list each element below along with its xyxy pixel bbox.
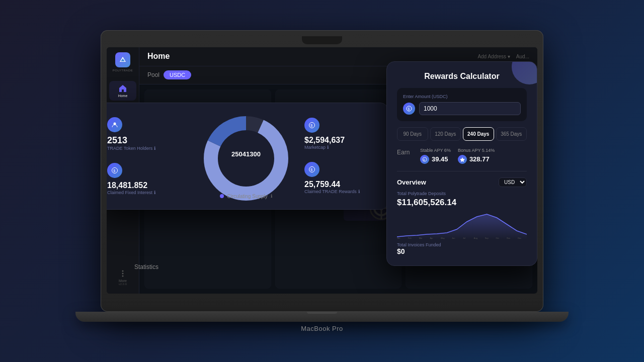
- add-address-btn[interactable]: Add Address ▾: [477, 54, 510, 59]
- rewards-calculator-panel: Rewards Calculator Enter Amount (USDC) $: [386, 61, 537, 266]
- marketcap-stat: $ $2,594,637 Marketcap ℹ: [304, 118, 385, 150]
- legend-dot: [220, 194, 224, 198]
- stats-grid: 2513 TRADE Token Holders ℹ $ 18: [107, 113, 378, 199]
- left-stats: 2513 TRADE Token Holders ℹ $ 18: [107, 117, 188, 195]
- trade-holders-label: TRADE Token Holders ℹ: [107, 146, 188, 151]
- macbook-label: MacBook Pro: [301, 325, 343, 332]
- overview-section: Overview USD EUR Total Polytrade Deposit…: [397, 177, 527, 255]
- info-icon-4: ℹ: [358, 189, 360, 194]
- overview-title: Overview: [397, 178, 426, 186]
- home-icon: [118, 84, 127, 93]
- audit-btn[interactable]: Aud...: [516, 54, 529, 59]
- claimed-rewards-stat: $ 25,759.44 Claimed TRADE Rewards ℹ: [304, 162, 385, 194]
- trade-holders-icon: [107, 117, 122, 132]
- svg-text:Jun: Jun: [452, 236, 455, 239]
- claimed-rewards-icon: $: [304, 162, 319, 177]
- circulating-supply-label: Circulating Supply: [227, 194, 268, 199]
- usdc-icon: $: [403, 103, 415, 115]
- earn-row: Earn Stable APY 6% $ 39.45: [397, 148, 527, 164]
- svg-text:$: $: [113, 168, 116, 173]
- amount-input[interactable]: [419, 102, 521, 115]
- bonus-apy-label: Bonus APY 5.14%: [458, 148, 495, 153]
- svg-text:Nov: Nov: [507, 236, 510, 239]
- svg-point-7: [122, 275, 124, 277]
- donut-chart: 25041300: [201, 113, 291, 204]
- day-btn-240[interactable]: 240 Days: [463, 127, 494, 141]
- day-btn-120[interactable]: 120 Days: [430, 127, 461, 141]
- stable-apy-row: $ 39.45: [420, 155, 451, 164]
- svg-text:Oct: Oct: [496, 236, 499, 239]
- deposits-chart: Jan Feb Mar Apr May Jun Jul Aug Sep Oct: [397, 212, 527, 239]
- stable-apy-value: 39.45: [432, 155, 448, 163]
- total-deposits-value: $11,605,526.14: [397, 198, 527, 208]
- earn-section: Earn Stable APY 6% $ 39.45: [397, 148, 527, 164]
- svg-text:$: $: [408, 107, 410, 111]
- svg-text:Apr: Apr: [430, 236, 433, 239]
- days-selector: 90 Days 120 Days 240 Days 365 Days: [397, 127, 527, 141]
- marketcap-value: $2,594,637: [304, 136, 385, 145]
- home-label: Home: [118, 94, 128, 98]
- trade-holders-value: 2513: [107, 135, 188, 146]
- macbook-container: POLYTRADE Home World of TSpace More: [45, 10, 599, 352]
- claimed-interest-stat: $ 18,481.852 Claimed Fixed Interest ℹ: [107, 163, 188, 195]
- claimed-rewards-value: 25,759.44: [304, 180, 385, 189]
- sidebar-item-more[interactable]: More v2.0.6: [109, 266, 136, 289]
- svg-text:Sep: Sep: [485, 236, 489, 239]
- amount-input-area: Enter Amount (USDC) $: [397, 88, 527, 121]
- notch: [302, 36, 342, 44]
- amount-row: $: [403, 102, 521, 115]
- svg-text:Jan: Jan: [397, 236, 400, 239]
- total-invoices-value: $0: [397, 247, 527, 255]
- claimed-interest-value: 18,481.852: [107, 181, 188, 190]
- divider: [397, 171, 527, 171]
- bonus-apy-value: 328.77: [469, 155, 490, 163]
- overview-header: Overview USD EUR: [397, 177, 527, 187]
- info-icon-1: ℹ: [154, 146, 155, 151]
- version-label: v2.0.6: [119, 283, 127, 286]
- earn-columns: Stable APY 6% $ 39.45 Bonu: [420, 148, 527, 164]
- floating-stats-card: 2513 TRADE Token Holders ℹ $ 18: [107, 103, 388, 210]
- right-stats: $ $2,594,637 Marketcap ℹ $: [304, 118, 385, 194]
- more-label: More: [119, 279, 127, 283]
- svg-text:$: $: [310, 123, 313, 128]
- svg-text:Mar: Mar: [419, 236, 423, 239]
- svg-text:$: $: [310, 167, 313, 172]
- statistics-label: Statistics: [134, 263, 158, 270]
- screen: POLYTRADE Home World of TSpace More: [107, 47, 537, 294]
- day-btn-90[interactable]: 90 Days: [397, 127, 428, 141]
- stable-icon: $: [420, 155, 429, 164]
- circulating-supply-info: ℹ: [271, 194, 272, 199]
- claimed-rewards-label: Claimed TRADE Rewards ℹ: [304, 189, 385, 194]
- bonus-apy-row: 328.77: [458, 155, 495, 164]
- circulating-supply-legend: Circulating Supply ℹ: [220, 194, 272, 199]
- sidebar-item-home[interactable]: Home: [109, 81, 136, 101]
- info-icon-2: ℹ: [154, 190, 155, 195]
- mini-chart: Jan Feb Mar Apr May Jun Jul Aug Sep Oct: [397, 212, 527, 239]
- day-btn-365[interactable]: 365 Days: [496, 127, 527, 141]
- svg-text:Feb: Feb: [408, 236, 412, 239]
- svg-text:25041300: 25041300: [231, 150, 261, 158]
- svg-text:$: $: [424, 158, 425, 161]
- total-deposits-label: Total Polytrade Deposits: [397, 191, 527, 196]
- svg-text:Aug: Aug: [474, 236, 477, 239]
- svg-point-14: [218, 131, 274, 186]
- claimed-interest-icon: $: [107, 163, 122, 178]
- macbook-body: POLYTRADE Home World of TSpace More: [75, 30, 569, 332]
- currency-select[interactable]: USD EUR: [499, 177, 527, 187]
- claimed-interest-label: Claimed Fixed Interest ℹ: [107, 190, 188, 195]
- bonus-apy-col: Bonus APY 5.14% 328.77: [458, 148, 495, 164]
- macbook-base: [75, 312, 569, 322]
- usdc-tab[interactable]: USDC: [164, 70, 191, 79]
- stable-apy-col: Stable APY 6% $ 39.45: [420, 148, 451, 164]
- amount-label: Enter Amount (USDC): [403, 94, 521, 99]
- info-icon-3: ℹ: [327, 145, 329, 150]
- earn-label: Earn: [397, 149, 415, 156]
- marketcap-label: Marketcap ℹ: [304, 145, 385, 150]
- svg-marker-44: [460, 157, 465, 162]
- logo-area: POLYTRADE: [113, 52, 133, 72]
- svg-text:May: May: [441, 236, 444, 239]
- trade-holders-stat: 2513 TRADE Token Holders ℹ: [107, 117, 188, 151]
- donut-chart-container: 25041300 Circulating Supply ℹ: [196, 113, 296, 199]
- stable-apy-label: Stable APY 6%: [420, 148, 451, 153]
- page-title: Home: [147, 52, 477, 61]
